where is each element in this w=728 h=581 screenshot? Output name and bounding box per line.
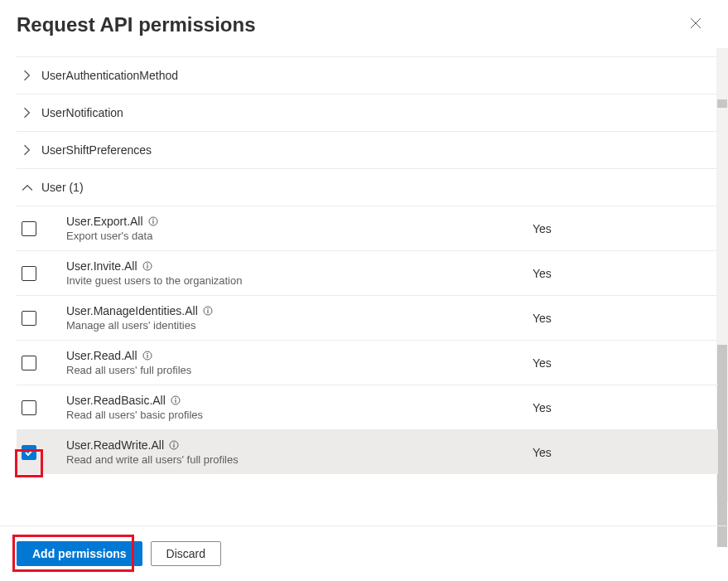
info-icon[interactable]: [142, 351, 152, 361]
svg-rect-17: [173, 444, 174, 448]
svg-point-10: [147, 353, 148, 355]
admin-consent-value: Yes: [533, 267, 715, 280]
section-user-notification[interactable]: UserNotification: [17, 94, 718, 131]
svg-point-13: [175, 398, 176, 399]
info-icon[interactable]: [148, 216, 158, 226]
permission-description: Manage all users' identities: [66, 319, 533, 332]
admin-consent-value: Yes: [533, 401, 715, 414]
svg-point-7: [207, 308, 209, 310]
permission-name: User.ReadWrite.All: [66, 438, 164, 452]
permission-description: Read all users' full profiles: [66, 364, 533, 376]
svg-rect-14: [175, 399, 176, 403]
svg-rect-8: [207, 310, 208, 313]
permission-name: User.ManageIdentities.All: [66, 304, 198, 317]
permission-checkbox[interactable]: [22, 311, 36, 326]
admin-consent-value: Yes: [533, 356, 715, 370]
permission-description: Read all users' basic profiles: [66, 409, 533, 421]
permission-row[interactable]: User.Read.All Read all users' full profi…: [17, 340, 718, 385]
permission-row[interactable]: User.ManageIdentities.All Manage all use…: [17, 295, 718, 340]
permission-description: Invite guest users to the organization: [66, 274, 533, 287]
permission-name: User.Read.All: [66, 349, 137, 362]
permission-name: User.Invite.All: [66, 259, 137, 273]
add-permissions-button[interactable]: Add permissions: [17, 541, 142, 566]
close-button[interactable]: [683, 14, 708, 36]
dialog-header: Request API permissions: [0, 0, 728, 56]
permission-checkbox[interactable]: [22, 400, 36, 415]
svg-rect-5: [147, 265, 147, 269]
permission-row[interactable]: User.ReadBasic.All Read all users' basic…: [17, 385, 718, 429]
section-user[interactable]: User (1): [17, 168, 718, 206]
section-label: User (1): [41, 181, 84, 194]
section-user-shift-pref[interactable]: UserShiftPreferences: [17, 131, 718, 168]
admin-consent-value: Yes: [533, 312, 715, 325]
info-icon[interactable]: [169, 440, 179, 450]
permission-checkbox[interactable]: [22, 266, 36, 281]
section-label: UserNotification: [41, 106, 123, 119]
permission-row[interactable]: User.Export.All Export user's data Yes: [17, 206, 718, 250]
svg-rect-11: [147, 355, 147, 358]
info-icon[interactable]: [171, 395, 181, 405]
section-user-auth-method[interactable]: UserAuthenticationMethod: [17, 56, 718, 94]
page-title: Request API permissions: [17, 13, 256, 36]
chevron-down-icon: [22, 182, 33, 193]
close-icon: [690, 17, 701, 29]
info-icon[interactable]: [142, 261, 152, 271]
dialog-footer: Add permissions Discard: [0, 525, 728, 581]
chevron-right-icon: [22, 70, 33, 81]
chevron-right-icon: [22, 144, 33, 156]
permission-row[interactable]: User.Invite.All Invite guest users to th…: [17, 250, 718, 295]
permission-description: Export user's data: [66, 230, 533, 242]
svg-rect-2: [152, 220, 153, 224]
permission-name: User.ReadBasic.All: [66, 394, 166, 407]
section-label: UserAuthenticationMethod: [41, 69, 178, 82]
info-icon[interactable]: [203, 306, 213, 316]
svg-point-16: [173, 443, 175, 444]
svg-point-1: [152, 219, 154, 220]
admin-consent-value: Yes: [533, 222, 715, 235]
permission-name: User.Export.All: [66, 215, 143, 228]
permission-description: Read and write all users' full profiles: [66, 453, 533, 466]
permission-row[interactable]: User.ReadWrite.All Read and write all us…: [17, 429, 718, 474]
chevron-right-icon: [22, 107, 33, 119]
permission-checkbox[interactable]: [22, 445, 36, 460]
permission-checkbox[interactable]: [22, 221, 36, 236]
admin-consent-value: Yes: [533, 446, 715, 459]
discard-button[interactable]: Discard: [151, 541, 221, 566]
section-label: UserShiftPreferences: [41, 143, 152, 157]
permission-checkbox[interactable]: [22, 356, 36, 370]
svg-point-4: [147, 264, 148, 265]
